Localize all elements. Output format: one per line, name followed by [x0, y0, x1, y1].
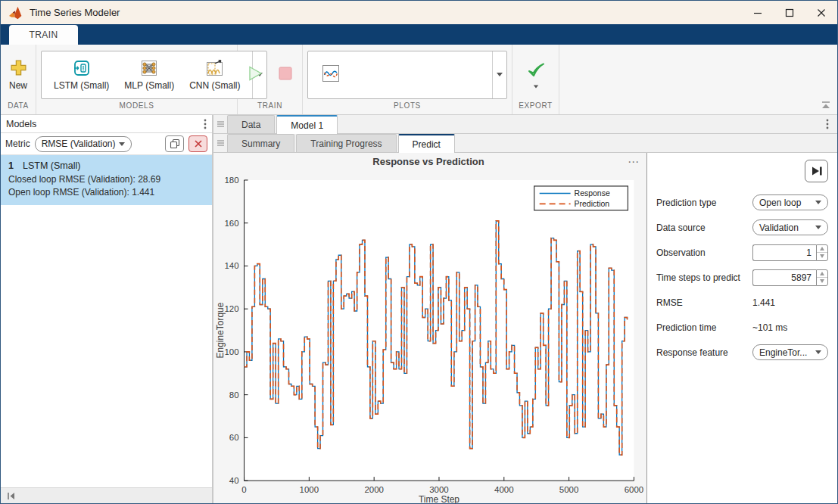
predict-plot-button[interactable] — [313, 60, 349, 89]
tab-train[interactable]: TRAIN — [9, 25, 78, 45]
tab-training-progress[interactable]: Training Progress — [296, 134, 396, 152]
chart-title: Response vs Prediction — [213, 156, 621, 167]
prediction-type-label: Prediction type — [656, 198, 716, 208]
time-steps-spinner[interactable]: 5897 — [752, 269, 828, 286]
delete-model-icon — [194, 139, 203, 148]
svg-text:4000: 4000 — [494, 485, 514, 494]
models-panel: Models Metric RMSE (Validation) — [1, 115, 213, 503]
new-button-label: New — [9, 80, 27, 91]
model-open-loop-rmse: Open loop RMSE (Validation): 1.441 — [8, 186, 204, 199]
svg-text:Prediction: Prediction — [575, 200, 610, 208]
maximize-button[interactable] — [774, 1, 805, 24]
model-list: 1LSTM (Small) Closed loop RMSE (Validati… — [1, 155, 212, 487]
cnn-network-icon — [204, 58, 226, 78]
prediction-time-label: Prediction time — [656, 322, 716, 333]
models-gallery: LSTM (Small) — [41, 51, 267, 99]
model-template-label: MLP (Small) — [124, 80, 174, 91]
model-template-mlp[interactable]: MLP (Small) — [117, 55, 182, 94]
tab-data[interactable]: Data — [227, 115, 275, 133]
export-button[interactable] — [521, 60, 551, 90]
toolstrip-group-export: EXPORT — [512, 45, 559, 114]
toolstrip-group-models: LSTM (Small) — [36, 45, 238, 114]
svg-text:80: 80 — [229, 390, 239, 400]
stop-button[interactable] — [271, 63, 300, 87]
delete-model-button[interactable] — [188, 135, 207, 152]
tab-bar-menu[interactable] — [818, 115, 837, 133]
new-button[interactable]: New — [4, 57, 33, 92]
response-feature-value: EngineTor... — [759, 347, 807, 358]
metric-dropdown[interactable]: RMSE (Validation) — [35, 136, 132, 152]
chart-options-button[interactable]: ⋯ — [621, 155, 646, 169]
triangle-down-icon — [820, 254, 824, 258]
group-label-export: EXPORT — [512, 101, 559, 114]
option-row: Prediction type Open loop — [656, 190, 828, 215]
duplicate-model-button[interactable] — [165, 135, 184, 152]
tab-predict[interactable]: Predict — [398, 134, 455, 153]
duplicate-model-icon — [170, 138, 180, 149]
collapse-panel-button[interactable] — [1, 487, 212, 503]
close-button[interactable] — [805, 1, 837, 24]
tab-grip-icon[interactable] — [213, 115, 227, 133]
ribbon-tab-bar: TRAIN — [1, 24, 837, 45]
kebab-menu-icon — [826, 119, 829, 129]
observation-spinner[interactable]: 1 — [752, 244, 828, 261]
predict-options-panel: Prediction type Open loop Data source Va… — [646, 153, 837, 503]
observation-value[interactable]: 1 — [752, 244, 816, 261]
collapse-left-icon — [7, 492, 16, 500]
spinner-up-button[interactable] — [817, 245, 827, 254]
metric-label: Metric — [5, 138, 30, 149]
toolstrip-group-train: TRAIN — [238, 45, 303, 114]
grip-lines-icon — [217, 121, 224, 127]
model-template-label: CNN (Small) — [189, 80, 240, 91]
data-source-dropdown[interactable]: Validation — [752, 219, 828, 235]
window-title: Time Series Modeler — [30, 7, 742, 18]
data-source-value: Validation — [759, 222, 799, 233]
group-label-data: DATA — [1, 101, 36, 114]
svg-text:Response: Response — [575, 189, 610, 198]
toolstrip-group-plots: PLOTS — [303, 45, 512, 114]
mlp-network-icon — [139, 58, 159, 78]
spinner-down-button[interactable] — [817, 278, 827, 285]
minimize-icon — [753, 8, 762, 17]
chevron-down-icon — [119, 142, 125, 146]
observation-label: Observation — [656, 247, 706, 258]
lstm-network-icon — [72, 58, 92, 78]
response-feature-dropdown[interactable]: EngineTor... — [752, 344, 828, 360]
prediction-time-value: ~101 ms — [752, 322, 828, 333]
minimize-button[interactable] — [742, 1, 774, 24]
plus-icon — [9, 58, 28, 77]
kebab-menu-icon[interactable] — [204, 119, 207, 129]
train-button[interactable] — [241, 63, 269, 87]
toolstrip: New DATA LSTM ( — [1, 45, 837, 115]
tab-summary[interactable]: Summary — [227, 134, 294, 152]
models-panel-title: Models — [6, 119, 204, 129]
plots-gallery-dropdown[interactable] — [492, 51, 506, 98]
title-bar: Time Series Modeler — [1, 1, 837, 24]
option-row: Response feature EngineTor... — [656, 340, 828, 365]
data-source-label: Data source — [656, 222, 706, 233]
tab-model-1[interactable]: Model 1 — [276, 115, 338, 134]
spinner-up-button[interactable] — [817, 270, 827, 278]
model-template-lstm[interactable]: LSTM (Small) — [46, 55, 117, 94]
skip-to-end-icon — [811, 166, 823, 176]
time-steps-label: Time steps to predict — [656, 272, 740, 283]
close-icon — [817, 8, 826, 17]
svg-text:160: 160 — [224, 219, 238, 228]
time-steps-value[interactable]: 5897 — [752, 269, 816, 286]
skip-to-end-button[interactable] — [805, 160, 828, 182]
triangle-down-icon — [820, 279, 824, 283]
svg-text:EngineTorque: EngineTorque — [215, 302, 226, 358]
model-index: 1 — [8, 160, 14, 171]
collapse-up-icon — [821, 101, 831, 109]
model-list-item-selected[interactable]: 1LSTM (Small) Closed loop RMSE (Validati… — [1, 155, 212, 205]
maximize-icon — [785, 8, 794, 17]
option-row: Prediction time ~101 ms — [656, 315, 828, 340]
tab-grip-icon[interactable] — [213, 134, 227, 152]
collapse-ribbon-button[interactable] — [821, 98, 831, 112]
grip-lines-icon — [217, 140, 224, 146]
rmse-value: 1.441 — [752, 297, 828, 308]
prediction-type-dropdown[interactable]: Open loop — [752, 194, 828, 210]
app-window: Time Series Modeler TRAIN New DATA — [0, 0, 838, 504]
spinner-down-button[interactable] — [817, 253, 827, 260]
triangle-up-icon — [820, 247, 824, 250]
